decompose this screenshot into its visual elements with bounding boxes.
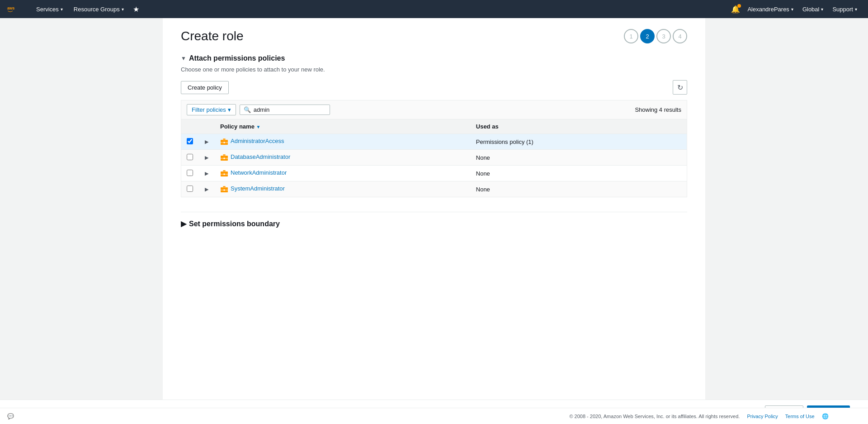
region-menu[interactable]: Global ▾: [799, 4, 827, 14]
step-4: 4: [673, 29, 687, 43]
nav-right-section: 🔔 AlexandrePares ▾ Global ▾ Support ▾: [729, 3, 861, 15]
section-header: ▼ Attach permissions policies: [181, 54, 687, 62]
svg-rect-12: [224, 174, 225, 175]
refresh-button[interactable]: ↻: [673, 80, 687, 95]
row-checkbox[interactable]: [187, 186, 193, 192]
policy-name-cell: DatabaseAdministrator: [215, 150, 471, 166]
section-chevron-icon[interactable]: ▼: [181, 55, 186, 62]
region-chevron-icon: ▾: [821, 7, 823, 12]
user-menu[interactable]: AlexandrePares ▾: [744, 4, 797, 14]
expand-row-button[interactable]: ▶: [204, 170, 209, 177]
section-description: Choose one or more policies to attach to…: [181, 66, 687, 73]
expand-row-button[interactable]: ▶: [204, 186, 209, 193]
perm-boundary-title: Set permissions boundary: [189, 220, 280, 228]
copyright-text: © 2008 - 2020, Amazon Web Services, Inc.…: [569, 414, 740, 419]
policy-icon: [220, 153, 228, 162]
bookmark-icon: ★: [133, 5, 139, 13]
step-2: 2: [640, 29, 655, 43]
policy-name-cell: SystemAdministrator: [215, 181, 471, 197]
svg-text:aws: aws: [7, 6, 15, 10]
filter-left: Filter policies ▾ 🔍: [187, 104, 330, 115]
username-label: AlexandrePares: [747, 6, 789, 13]
feedback-label: Feedback: [17, 413, 41, 419]
privacy-policy-link[interactable]: Privacy Policy: [747, 414, 778, 419]
svg-rect-2: [223, 138, 226, 140]
globe-icon: 🌐: [822, 413, 829, 419]
terms-of-use-link[interactable]: Terms of Use: [785, 414, 815, 419]
services-chevron-icon: ▾: [61, 7, 63, 12]
th-expand: [198, 119, 215, 134]
resource-groups-label: Resource Groups: [74, 6, 120, 13]
filter-policies-button[interactable]: Filter policies ▾: [187, 104, 236, 115]
svg-rect-6: [223, 154, 226, 156]
permissions-boundary-header[interactable]: ▶ Set permissions boundary: [181, 219, 687, 228]
user-chevron-icon: ▾: [791, 7, 793, 12]
svg-rect-4: [224, 142, 225, 143]
support-menu[interactable]: Support ▾: [829, 4, 861, 14]
bell-badge: [737, 4, 741, 8]
search-input[interactable]: [254, 106, 326, 113]
feedback-icon: 💬: [7, 413, 14, 419]
policy-icon: [220, 169, 228, 177]
language-selector[interactable]: 🌐 English (US): [822, 413, 861, 419]
bottom-bar: 💬 Feedback © 2008 - 2020, Amazon Web Ser…: [0, 408, 868, 424]
svg-rect-8: [224, 158, 225, 159]
section-title: Attach permissions policies: [189, 54, 285, 62]
search-box: 🔍: [240, 105, 330, 115]
results-count: Showing 4 results: [635, 106, 681, 113]
policy-name-cell: AdministratorAccess: [215, 134, 471, 150]
used-as-cell: None: [471, 181, 687, 197]
page-title: Create role: [181, 29, 244, 43]
search-icon: 🔍: [244, 106, 251, 113]
policy-name-link[interactable]: SystemAdministrator: [231, 185, 285, 192]
services-nav[interactable]: Services ▾: [33, 4, 66, 14]
svg-rect-14: [223, 186, 226, 187]
perm-boundary-chevron-icon: ▶: [181, 219, 186, 228]
step-indicators: 1 2 3 4: [624, 29, 687, 43]
filter-row: Filter policies ▾ 🔍 Showing 4 results: [181, 100, 687, 119]
feedback-link[interactable]: 💬 Feedback: [7, 413, 41, 419]
services-label: Services: [36, 6, 59, 13]
refresh-icon: ↻: [677, 83, 683, 92]
aws-logo: aws: [7, 4, 25, 14]
resource-groups-nav[interactable]: Resource Groups ▾: [70, 4, 127, 14]
filter-chevron-icon: ▾: [228, 106, 231, 113]
notifications-bell[interactable]: 🔔: [729, 3, 742, 15]
page-header: Create role 1 2 3 4: [181, 29, 687, 43]
table-row: ▶ SystemAdministratorNone: [181, 181, 687, 197]
policy-name-link[interactable]: NetworkAdministrator: [231, 169, 287, 176]
language-label: English (US): [830, 413, 861, 419]
row-checkbox[interactable]: [187, 170, 193, 176]
used-as-cell: None: [471, 150, 687, 166]
policy-icon: [220, 185, 228, 193]
expand-row-button[interactable]: ▶: [204, 154, 209, 162]
region-label: Global: [802, 6, 820, 13]
permissions-boundary-section: ▶ Set permissions boundary: [181, 212, 687, 228]
policies-toolbar: Create policy ↻: [181, 80, 687, 95]
sort-icon: ▼: [256, 124, 261, 129]
used-as-cell: Permissions policy (1): [471, 134, 687, 150]
th-policy-name[interactable]: Policy name ▼: [215, 119, 471, 134]
main-content: Create role 1 2 3 4 ▼ Attach permissions…: [163, 18, 705, 424]
step-1: 1: [624, 29, 638, 43]
policy-icon: [220, 138, 228, 146]
policy-name-cell: NetworkAdministrator: [215, 166, 471, 181]
table-row: ▶ NetworkAdministratorNone: [181, 166, 687, 181]
create-policy-button[interactable]: Create policy: [181, 81, 229, 94]
expand-row-button[interactable]: ▶: [204, 138, 209, 146]
policies-table: Policy name ▼ Used as ▶ AdministratorAcc…: [181, 119, 687, 197]
table-row: ▶ AdministratorAccessPermissions policy …: [181, 134, 687, 150]
th-used-as: Used as: [471, 119, 687, 134]
filter-label: Filter policies: [192, 106, 226, 113]
th-checkbox: [181, 119, 199, 134]
table-header-row: Policy name ▼ Used as: [181, 119, 687, 134]
row-checkbox[interactable]: [187, 138, 193, 144]
bookmark-nav[interactable]: ★: [131, 3, 141, 15]
resource-groups-chevron-icon: ▾: [122, 7, 124, 12]
svg-rect-16: [224, 190, 225, 191]
policy-name-link[interactable]: AdministratorAccess: [231, 138, 284, 144]
top-navigation: aws Services ▾ Resource Groups ▾ ★ 🔔 Ale…: [0, 0, 868, 18]
policy-name-link[interactable]: DatabaseAdministrator: [231, 153, 290, 160]
row-checkbox[interactable]: [187, 154, 193, 160]
support-label: Support: [832, 6, 853, 13]
